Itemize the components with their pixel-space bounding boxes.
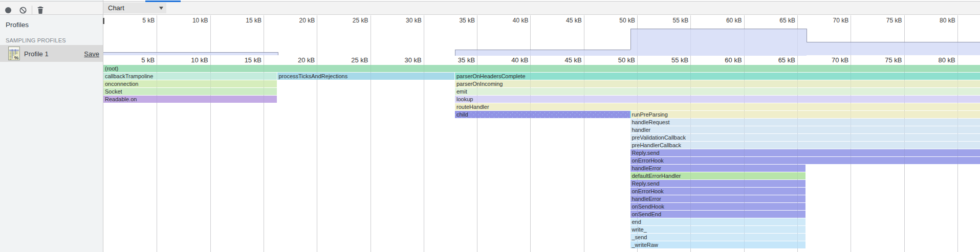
svg-text:%: % xyxy=(14,55,19,60)
